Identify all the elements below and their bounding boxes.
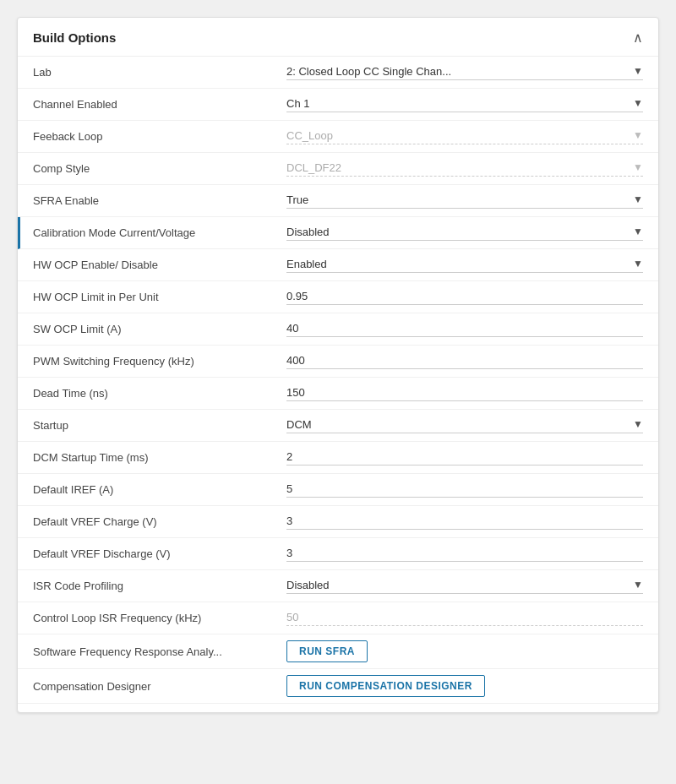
row-default-iref: Default IREF (A)5 <box>18 474 658 506</box>
label-hw-ocp-limit: HW OCP Limit in Per Unit <box>33 291 286 303</box>
dropdown-startup[interactable]: DCM▼ <box>286 418 643 433</box>
dropdown-arrow-comp-style: ▼ <box>633 161 643 173</box>
value-channel-enabled[interactable]: Ch 1▼ <box>286 97 643 112</box>
row-control-loop-isr: Control Loop ISR Frequency (kHz)50 <box>18 602 658 634</box>
dropdown-hw-ocp-enable[interactable]: Enabled▼ <box>286 258 643 273</box>
value-feedback-loop[interactable]: CC_Loop▼ <box>286 129 643 144</box>
label-calibration-mode: Calibration Mode Current/Voltage <box>33 226 286 239</box>
dropdown-arrow-isr-code-profiling: ▼ <box>633 579 643 591</box>
row-sfra-run: Software Frequency Response Analy...RUN … <box>18 634 658 669</box>
label-feedback-loop: Feeback Loop <box>33 130 286 143</box>
collapse-icon[interactable]: ∧ <box>633 30 643 46</box>
value-hw-ocp-limit[interactable]: 0.95 <box>286 290 643 305</box>
dropdown-isr-code-profiling[interactable]: Disabled▼ <box>286 579 643 594</box>
label-control-loop-isr: Control Loop ISR Frequency (kHz) <box>33 612 286 624</box>
button-comp-designer[interactable]: RUN COMPENSATION DESIGNER <box>286 675 485 697</box>
row-pwm-freq: PWM Switching Frequency (kHz)400 <box>18 346 658 378</box>
dropdown-text-lab: 2: Closed Loop CC Single Chan... <box>286 65 628 78</box>
input-control-loop-isr: 50 <box>286 611 643 626</box>
row-sw-ocp-limit: SW OCP Limit (A)40 <box>18 313 658 346</box>
label-hw-ocp-enable: HW OCP Enable/ Disable <box>33 259 286 271</box>
row-comp-designer: Compensation DesignerRUN COMPENSATION DE… <box>18 669 658 704</box>
input-pwm-freq[interactable]: 400 <box>286 354 643 369</box>
panel-header: Build Options ∧ <box>18 18 658 57</box>
dropdown-text-sfra-enable: True <box>286 193 628 206</box>
build-options-panel: Build Options ∧ Lab2: Closed Loop CC Sin… <box>17 17 659 713</box>
dropdown-text-hw-ocp-enable: Enabled <box>286 258 628 270</box>
row-channel-enabled: Channel EnabledCh 1▼ <box>18 89 658 121</box>
label-sw-ocp-limit: SW OCP Limit (A) <box>33 323 286 335</box>
dropdown-arrow-startup: ▼ <box>633 418 643 430</box>
dropdown-lab[interactable]: 2: Closed Loop CC Single Chan...▼ <box>286 65 643 80</box>
label-pwm-freq: PWM Switching Frequency (kHz) <box>33 355 286 368</box>
label-channel-enabled: Channel Enabled <box>33 98 286 111</box>
dropdown-channel-enabled[interactable]: Ch 1▼ <box>286 97 643 112</box>
dropdown-text-calibration-mode: Disabled <box>286 226 628 238</box>
value-calibration-mode[interactable]: Disabled▼ <box>286 226 643 241</box>
value-startup[interactable]: DCM▼ <box>286 418 643 433</box>
value-comp-designer: RUN COMPENSATION DESIGNER <box>286 675 643 697</box>
value-sfra-run: RUN SFRA <box>286 640 643 662</box>
row-hw-ocp-limit: HW OCP Limit in Per Unit0.95 <box>18 281 658 313</box>
label-comp-designer: Compensation Designer <box>33 680 286 693</box>
label-lab: Lab <box>33 66 286 79</box>
row-isr-code-profiling: ISR Code ProfilingDisabled▼ <box>18 570 658 602</box>
value-default-vref-discharge[interactable]: 3 <box>286 547 643 562</box>
label-comp-style: Comp Style <box>33 162 286 175</box>
row-startup: StartupDCM▼ <box>18 410 658 442</box>
row-dead-time: Dead Time (ns)150 <box>18 378 658 410</box>
row-comp-style: Comp StyleDCL_DF22▼ <box>18 153 658 185</box>
input-dead-time[interactable]: 150 <box>286 386 643 401</box>
value-comp-style[interactable]: DCL_DF22▼ <box>286 161 643 177</box>
dropdown-arrow-hw-ocp-enable: ▼ <box>633 258 643 270</box>
value-default-iref[interactable]: 5 <box>286 482 643 498</box>
label-default-vref-charge: Default VREF Charge (V) <box>33 515 286 528</box>
row-dcm-startup-time: DCM Startup Time (ms)2 <box>18 442 658 474</box>
dropdown-calibration-mode[interactable]: Disabled▼ <box>286 226 643 241</box>
dropdown-text-feedback-loop: CC_Loop <box>286 129 628 142</box>
value-lab[interactable]: 2: Closed Loop CC Single Chan...▼ <box>286 65 643 80</box>
row-feedback-loop: Feeback LoopCC_Loop▼ <box>18 121 658 153</box>
value-dcm-startup-time[interactable]: 2 <box>286 450 643 466</box>
row-lab: Lab2: Closed Loop CC Single Chan...▼ <box>18 57 658 89</box>
row-hw-ocp-enable: HW OCP Enable/ DisableEnabled▼ <box>18 249 658 281</box>
button-sfra-run[interactable]: RUN SFRA <box>286 640 368 662</box>
input-default-iref[interactable]: 5 <box>286 482 643 498</box>
input-hw-ocp-limit[interactable]: 0.95 <box>286 290 643 305</box>
input-dcm-startup-time[interactable]: 2 <box>286 450 643 466</box>
dropdown-sfra-enable[interactable]: True▼ <box>286 193 643 209</box>
label-startup: Startup <box>33 419 286 432</box>
dropdown-arrow-feedback-loop: ▼ <box>633 129 643 141</box>
label-dcm-startup-time: DCM Startup Time (ms) <box>33 451 286 464</box>
row-sfra-enable: SFRA EnableTrue▼ <box>18 185 658 217</box>
panel-title: Build Options <box>33 30 116 45</box>
dropdown-text-channel-enabled: Ch 1 <box>286 97 628 110</box>
value-dead-time[interactable]: 150 <box>286 386 643 401</box>
value-pwm-freq[interactable]: 400 <box>286 354 643 369</box>
label-isr-code-profiling: ISR Code Profiling <box>33 580 286 592</box>
label-sfra-enable: SFRA Enable <box>33 194 286 207</box>
label-default-iref: Default IREF (A) <box>33 483 286 496</box>
row-default-vref-charge: Default VREF Charge (V)3 <box>18 506 658 538</box>
row-default-vref-discharge: Default VREF Discharge (V)3 <box>18 538 658 570</box>
value-control-loop-isr[interactable]: 50 <box>286 611 643 626</box>
input-default-vref-discharge[interactable]: 3 <box>286 547 643 562</box>
label-sfra-run: Software Frequency Response Analy... <box>33 645 286 658</box>
dropdown-text-comp-style: DCL_DF22 <box>286 161 628 174</box>
dropdown-arrow-calibration-mode: ▼ <box>633 226 643 237</box>
value-hw-ocp-enable[interactable]: Enabled▼ <box>286 258 643 273</box>
value-isr-code-profiling[interactable]: Disabled▼ <box>286 579 643 594</box>
value-sw-ocp-limit[interactable]: 40 <box>286 322 643 337</box>
dropdown-arrow-channel-enabled: ▼ <box>633 97 643 109</box>
value-default-vref-charge[interactable]: 3 <box>286 514 643 530</box>
input-sw-ocp-limit[interactable]: 40 <box>286 322 643 337</box>
dropdown-comp-style[interactable]: DCL_DF22▼ <box>286 161 643 177</box>
dropdown-text-isr-code-profiling: Disabled <box>286 579 628 591</box>
dropdown-feedback-loop[interactable]: CC_Loop▼ <box>286 129 643 144</box>
label-default-vref-discharge: Default VREF Discharge (V) <box>33 547 286 560</box>
value-sfra-enable[interactable]: True▼ <box>286 193 643 209</box>
input-default-vref-charge[interactable]: 3 <box>286 514 643 530</box>
dropdown-arrow-sfra-enable: ▼ <box>633 193 643 205</box>
dropdown-arrow-lab: ▼ <box>633 65 643 77</box>
rows-container: Lab2: Closed Loop CC Single Chan...▼Chan… <box>18 57 658 712</box>
